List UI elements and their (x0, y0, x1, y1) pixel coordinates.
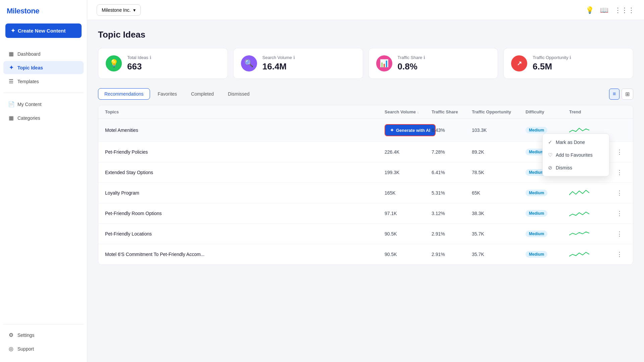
th-traffic-share: Traffic Share (432, 109, 472, 114)
traffic-share-info-icon[interactable]: ℹ (424, 55, 425, 60)
dashboard-icon: ▦ (8, 51, 14, 57)
sidebar-item-dashboard[interactable]: ▦ Dashboard (3, 47, 84, 60)
context-menu-item-mark-done[interactable]: ✓ Mark as Done (543, 136, 609, 149)
ai-star-icon: ✦ (390, 127, 394, 133)
sidebar-item-support[interactable]: ◎ Support (3, 342, 84, 355)
total-ideas-info-icon[interactable]: ℹ (150, 55, 151, 60)
total-ideas-value: 663 (127, 61, 151, 72)
difficulty-cell: Medium (526, 251, 569, 258)
traffic-opportunity-info-icon[interactable]: ℹ (569, 55, 571, 60)
more-options-button[interactable]: ⋮ (616, 189, 623, 197)
topic-name: Pet-Friendly Room Options (105, 211, 385, 216)
sidebar-item-my-content[interactable]: 📄 My Content (3, 98, 84, 111)
settings-icon: ⚙ (8, 332, 14, 338)
more-options-button[interactable]: ⋮ (616, 210, 623, 217)
content-tabs: Recommendations Favorites Completed Dism… (98, 88, 256, 100)
grid-icon[interactable]: ⋮⋮⋮ (614, 6, 635, 14)
list-view-toggle[interactable]: ≡ (609, 89, 620, 100)
traffic-opportunity-icon: ↗ (511, 55, 527, 71)
create-new-content-button[interactable]: ✦ Create New Content (5, 23, 82, 38)
templates-icon: ☰ (8, 78, 14, 85)
more-options-button[interactable]: ⋮ (616, 148, 623, 156)
context-menu-item-add-favourites[interactable]: ♡ Add to Favourites (543, 149, 609, 161)
th-topics: Topics (105, 109, 385, 114)
th-difficulty: Difficulty (526, 109, 569, 114)
stat-card-search-volume: 🔍 Search Volume ℹ 16.4M (233, 48, 363, 79)
sidebar: Milestone ✦ Create New Content ▦ Dashboa… (0, 0, 87, 362)
sidebar-item-categories[interactable]: ▦ Categories (3, 111, 84, 124)
header: Milestone Inc. ▾ 💡 📖 ⋮⋮⋮ (87, 0, 644, 20)
search-volume-cell: 165K (385, 190, 432, 196)
traffic-share-cell: 3.12% (432, 211, 472, 216)
search-volume-cell: 90.5K (385, 252, 432, 257)
stats-row: 💡 Total Ideas ℹ 663 🔍 Search Volume ℹ (98, 48, 633, 79)
company-selector[interactable]: Milestone Inc. ▾ (97, 4, 141, 16)
support-icon: ◎ (8, 346, 14, 352)
tab-recommendations[interactable]: Recommendations (98, 88, 150, 100)
book-icon[interactable]: 📖 (600, 6, 608, 14)
checkmark-icon: ✓ (548, 139, 552, 145)
trend-sparkline (569, 250, 589, 259)
grid-view-toggle[interactable]: ⊞ (622, 89, 633, 100)
generate-with-ai-button[interactable]: ✦ Generate with AI (385, 124, 436, 136)
search-volume-icon: 🔍 (241, 55, 257, 71)
more-options-button[interactable]: ⋮ (616, 230, 623, 238)
traffic-opportunity-cell: 35.7K (472, 231, 526, 237)
traffic-share-cell: 7.28% (432, 149, 472, 155)
lightbulb-icon[interactable]: 💡 (586, 6, 594, 14)
table-row: Pet-Friendly Locations 90.5K 2.91% 35.7K… (98, 224, 633, 244)
trend-cell (569, 250, 613, 259)
sidebar-item-templates[interactable]: ☰ Templates (3, 75, 84, 88)
difficulty-cell: Medium (526, 190, 569, 196)
tabs-row: Recommendations Favorites Completed Dism… (98, 88, 633, 100)
more-options-button[interactable]: ⋮ (616, 169, 623, 176)
topic-name: Extended Stay Options (105, 170, 385, 175)
traffic-opportunity-cell: 38.3K (472, 211, 526, 216)
sidebar-item-settings[interactable]: ⚙ Settings (3, 328, 84, 342)
tab-completed[interactable]: Completed (185, 88, 220, 100)
context-menu-item-dismiss[interactable]: ⊘ Dismiss (543, 161, 609, 174)
topic-name: Motel 6'S Commitment To Pet-Friendly Acc… (105, 252, 385, 257)
traffic-share-cell: 8.43% (432, 127, 472, 133)
stat-card-traffic-share: 📊 Traffic Share ℹ 0.8% (368, 48, 498, 79)
search-volume-cell: 97.1K (385, 211, 432, 216)
th-search-volume[interactable]: Search Volume ↓ (385, 109, 432, 114)
tab-favorites[interactable]: Favorites (151, 88, 184, 100)
table-row: Motel 6'S Commitment To Pet-Friendly Acc… (98, 244, 633, 265)
th-traffic-opportunity: Traffic Opportunity (472, 109, 526, 114)
difficulty-cell: Medium (526, 230, 569, 237)
table-row: Pet-Friendly Room Options 97.1K 3.12% 38… (98, 203, 633, 224)
content-area: Topic Ideas 💡 Total Ideas ℹ 663 🔍 Search… (87, 20, 644, 362)
table-header: Topics Search Volume ↓ Traffic Share Tra… (98, 105, 633, 119)
trend-sparkline (569, 229, 589, 239)
trend-sparkline (569, 209, 589, 218)
trend-sparkline (569, 188, 589, 198)
topic-name: Pet-Friendly Policies (105, 149, 385, 155)
difficulty-badge: Medium (526, 251, 547, 258)
context-menu: ✓ Mark as Done ♡ Add to Favourites ⊘ Dis… (542, 134, 609, 176)
sidebar-nav: ▦ Dashboard ✦ Topic Ideas ☰ Templates 📄 … (0, 47, 87, 320)
search-volume-info-icon[interactable]: ℹ (293, 55, 295, 60)
more-options-button[interactable]: ⋮ (616, 251, 623, 258)
difficulty-badge: Medium (526, 230, 547, 237)
main-content: Milestone Inc. ▾ 💡 📖 ⋮⋮⋮ Topic Ideas 💡 T… (87, 0, 644, 362)
sidebar-bottom-nav: ⚙ Settings ◎ Support (0, 328, 87, 355)
trend-cell (569, 188, 613, 198)
traffic-opportunity-cell: 78.5K (472, 170, 526, 175)
topic-name: Pet-Friendly Locations (105, 231, 385, 237)
traffic-opportunity-cell: 65K (472, 190, 526, 196)
stat-card-total-ideas: 💡 Total Ideas ℹ 663 (98, 48, 228, 79)
header-left: Milestone Inc. ▾ (97, 4, 141, 16)
search-volume-cell: 199.3K (385, 170, 432, 175)
topics-table: Topics Search Volume ↓ Traffic Share Tra… (98, 105, 633, 265)
create-star-icon: ✦ (11, 28, 15, 34)
difficulty-badge: Medium (526, 127, 547, 134)
difficulty-cell: Medium (526, 127, 569, 134)
traffic-share-value: 0.8% (398, 61, 426, 72)
tab-dismissed[interactable]: Dismissed (221, 88, 256, 100)
traffic-share-icon: 📊 (376, 55, 392, 71)
topic-ideas-icon: ✦ (8, 64, 14, 71)
sidebar-item-topic-ideas[interactable]: ✦ Topic Ideas (3, 61, 84, 74)
topic-name: Motel Amenities (105, 127, 385, 133)
trend-cell (569, 209, 613, 218)
